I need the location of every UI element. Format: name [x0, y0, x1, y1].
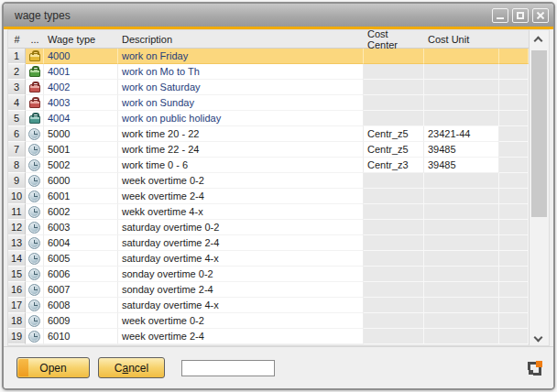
wage-type-cell[interactable]: 6009	[44, 313, 118, 329]
cost-unit-cell[interactable]	[424, 173, 499, 189]
description-cell[interactable]: work on public holiday	[118, 111, 364, 126]
description-cell[interactable]: week overtime 2-4	[118, 329, 364, 344]
table-row[interactable]: 6 5000 work time 20 - 22 Centr_z5 23421-…	[8, 126, 529, 142]
wage-type-cell[interactable]: 5001	[44, 142, 118, 158]
cost-unit-cell[interactable]	[424, 49, 499, 64]
wage-type-cell[interactable]: 6004	[44, 235, 118, 251]
cost-unit-cell[interactable]	[424, 220, 499, 235]
minimize-button[interactable]	[492, 8, 508, 23]
table-row[interactable]: 5 4004 work on public holiday	[8, 111, 529, 126]
description-cell[interactable]: wekk overtime 4-x	[118, 204, 364, 220]
row-number-cell[interactable]: 16	[8, 282, 26, 298]
wage-type-cell[interactable]: 6003	[44, 220, 118, 235]
description-cell[interactable]: work time 20 - 22	[118, 126, 364, 142]
cost-center-cell[interactable]	[364, 173, 424, 189]
wage-type-cell[interactable]: 4004	[44, 111, 118, 126]
cost-center-cell[interactable]	[364, 64, 424, 80]
cost-center-cell[interactable]	[364, 111, 424, 126]
cost-center-cell[interactable]	[364, 220, 424, 235]
cost-center-cell[interactable]	[364, 267, 424, 282]
cost-unit-cell[interactable]	[424, 80, 499, 95]
row-icon-cell[interactable]	[26, 235, 44, 251]
wage-type-cell[interactable]: 5002	[44, 158, 118, 173]
close-button[interactable]	[532, 8, 549, 23]
description-cell[interactable]: sonday overtime 2-4	[118, 282, 364, 298]
col-header-description[interactable]: Description	[118, 30, 364, 48]
cost-center-cell[interactable]	[364, 95, 424, 111]
row-icon-cell[interactable]	[26, 111, 44, 126]
row-icon-cell[interactable]	[26, 142, 44, 158]
table-row[interactable]: 3 4002 work on Saturday	[8, 80, 529, 95]
cost-unit-cell[interactable]	[424, 282, 499, 298]
row-icon-cell[interactable]	[26, 95, 44, 111]
cost-center-cell[interactable]	[364, 80, 424, 95]
wage-type-cell[interactable]: 6002	[44, 204, 118, 220]
cost-unit-cell[interactable]	[424, 298, 499, 313]
cost-unit-cell[interactable]	[424, 111, 499, 126]
col-header-cost-center[interactable]: Cost Center	[364, 30, 424, 48]
wage-type-cell[interactable]: 6000	[44, 173, 118, 189]
description-cell[interactable]: work time 22 - 24	[118, 142, 364, 158]
row-icon-cell[interactable]	[26, 64, 44, 80]
row-number-cell[interactable]: 1	[8, 49, 26, 64]
table-row[interactable]: 18 6009 week overtime 0-2	[8, 313, 529, 329]
row-number-cell[interactable]: 11	[8, 204, 26, 220]
row-number-cell[interactable]: 12	[8, 220, 26, 235]
table-row[interactable]: 16 6007 sonday overtime 2-4	[8, 282, 529, 298]
description-cell[interactable]: work on Sunday	[118, 95, 364, 111]
wage-type-cell[interactable]: 5000	[44, 126, 118, 142]
cost-center-cell[interactable]	[364, 189, 424, 204]
row-number-cell[interactable]: 14	[8, 251, 26, 267]
cost-unit-cell[interactable]	[424, 235, 499, 251]
row-number-cell[interactable]: 18	[8, 313, 26, 329]
scrollbar-thumb[interactable]	[531, 50, 547, 217]
wage-type-cell[interactable]: 6001	[44, 189, 118, 204]
table-row[interactable]: 15 6006 sonday overtime 0-2	[8, 267, 529, 282]
description-cell[interactable]: saturday overtime 0-2	[118, 220, 364, 235]
row-number-cell[interactable]: 19	[8, 329, 26, 344]
cost-unit-cell[interactable]	[424, 267, 499, 282]
cost-unit-cell[interactable]	[424, 189, 499, 204]
cost-center-cell[interactable]: Centr_z5	[364, 142, 424, 158]
description-cell[interactable]: saturday overtime 4-x	[118, 251, 364, 267]
row-number-cell[interactable]: 7	[8, 142, 26, 158]
wage-type-cell[interactable]: 6006	[44, 267, 118, 282]
col-header-cost-unit[interactable]: Cost Unit	[424, 30, 499, 48]
row-number-cell[interactable]: 8	[8, 158, 26, 173]
row-icon-cell[interactable]	[26, 158, 44, 173]
cost-center-cell[interactable]: Centr_z5	[364, 126, 424, 142]
table-row[interactable]: 11 6002 wekk overtime 4-x	[8, 204, 529, 220]
cost-center-cell[interactable]	[364, 251, 424, 267]
description-cell[interactable]: saturday overtime 4-x	[118, 298, 364, 313]
cost-unit-cell[interactable]: 39485	[424, 142, 499, 158]
wage-type-cell[interactable]: 6008	[44, 298, 118, 313]
description-cell[interactable]: week overtime 0-2	[118, 313, 364, 329]
restore-button[interactable]	[512, 8, 529, 23]
table-row[interactable]: 7 5001 work time 22 - 24 Centr_z5 39485	[8, 142, 529, 158]
row-icon-cell[interactable]	[26, 282, 44, 298]
row-icon-cell[interactable]	[26, 313, 44, 329]
table-row[interactable]: 17 6008 saturday overtime 4-x	[8, 298, 529, 313]
col-header-wage-type[interactable]: Wage type	[44, 30, 118, 48]
row-icon-cell[interactable]	[26, 329, 44, 344]
cost-center-cell[interactable]	[364, 235, 424, 251]
row-icon-cell[interactable]	[26, 173, 44, 189]
table-row[interactable]: 12 6003 saturday overtime 0-2	[8, 220, 529, 235]
wage-type-cell[interactable]: 4002	[44, 80, 118, 95]
col-header-rownum[interactable]: #	[8, 30, 26, 48]
cost-center-cell[interactable]	[364, 329, 424, 344]
description-cell[interactable]: sonday overtime 0-2	[118, 267, 364, 282]
row-number-cell[interactable]: 3	[8, 80, 26, 95]
cost-center-cell[interactable]	[364, 313, 424, 329]
wage-type-cell[interactable]: 6005	[44, 251, 118, 267]
row-icon-cell[interactable]	[26, 189, 44, 204]
cost-unit-cell[interactable]	[424, 329, 499, 344]
table-row[interactable]: 19 6010 week overtime 2-4	[8, 329, 529, 344]
row-icon-cell[interactable]	[26, 267, 44, 282]
description-cell[interactable]: work time 0 - 6	[118, 158, 364, 173]
wage-type-cell[interactable]: 6010	[44, 329, 118, 344]
row-icon-cell[interactable]	[26, 251, 44, 267]
cost-unit-cell[interactable]	[424, 313, 499, 329]
row-number-cell[interactable]: 2	[8, 64, 26, 80]
cost-unit-cell[interactable]	[424, 95, 499, 111]
